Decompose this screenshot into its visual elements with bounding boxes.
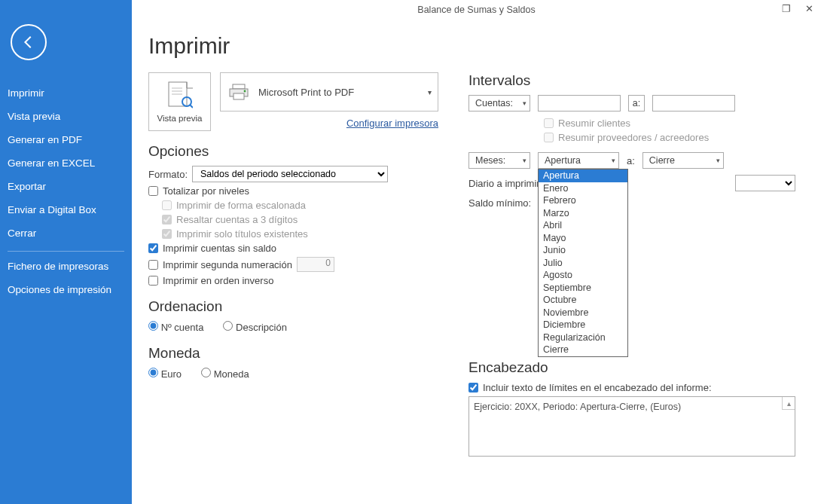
currency-other-radio[interactable] bbox=[201, 368, 211, 377]
sidebar-item-enviar-digital-box[interactable]: Enviar a Digital Box bbox=[0, 198, 132, 221]
month-to-value: Cierre bbox=[649, 155, 675, 166]
document-preview-icon bbox=[167, 81, 193, 111]
order-desc-radio[interactable] bbox=[223, 321, 233, 331]
back-button[interactable] bbox=[11, 24, 47, 60]
sidebar-nav: Imprimir Vista previa Generar en PDF Gen… bbox=[0, 81, 132, 301]
month-from-value: Apertura bbox=[545, 155, 581, 166]
svg-rect-8 bbox=[233, 93, 244, 99]
month-option[interactable]: Enero bbox=[539, 182, 627, 195]
diary-select[interactable] bbox=[735, 175, 795, 191]
sidebar-item-cerrar[interactable]: Cerrar bbox=[0, 221, 132, 245]
summarize-clients-label: Resumir clientes bbox=[558, 118, 630, 129]
configure-printer-link[interactable]: Configurar impresora bbox=[346, 118, 438, 129]
month-from-options-list[interactable]: AperturaEneroFebreroMarzoAbrilMayoJunioJ… bbox=[538, 169, 628, 357]
month-option[interactable]: Octubre bbox=[539, 294, 627, 307]
second-num-field: 0 bbox=[297, 257, 334, 272]
page-title: Imprimir bbox=[148, 33, 795, 59]
sidebar-separator bbox=[8, 251, 124, 252]
printer-selector[interactable]: Microsoft Print to PDF ▾ bbox=[220, 72, 438, 111]
month-option[interactable]: Febrero bbox=[539, 194, 627, 207]
account-from-input[interactable] bbox=[538, 95, 621, 111]
second-num-checkbox[interactable] bbox=[148, 260, 158, 270]
empty-balance-checkbox[interactable] bbox=[148, 243, 158, 253]
totalize-label: Totalizar por niveles bbox=[163, 185, 249, 197]
months-label-dropdown[interactable]: Meses: ▾ bbox=[468, 152, 530, 169]
chevron-down-icon: ▾ bbox=[428, 88, 432, 96]
preview-button[interactable]: Vista previa bbox=[148, 72, 211, 131]
months-label: Meses: bbox=[475, 155, 505, 166]
order-title: Ordenacion bbox=[148, 298, 438, 315]
svg-rect-6 bbox=[233, 84, 245, 89]
month-option[interactable]: Abril bbox=[539, 219, 627, 232]
format-label: Formato: bbox=[148, 169, 188, 180]
month-option[interactable]: Septiembre bbox=[539, 282, 627, 295]
reverse-label: Imprimir en orden inverso bbox=[163, 275, 273, 286]
currency-euro-radio[interactable] bbox=[148, 368, 158, 377]
sidebar-item-fichero-impresoras[interactable]: Fichero de impresoras bbox=[0, 255, 132, 278]
svg-line-5 bbox=[190, 105, 193, 108]
sidebar-item-generar-excel[interactable]: Generar en EXCEL bbox=[0, 151, 132, 175]
intervals-title: Intervalos bbox=[468, 72, 795, 89]
window-title: Balance de Sumas y Saldos bbox=[132, 5, 821, 15]
account-to-input[interactable] bbox=[652, 95, 735, 111]
order-num-radio[interactable] bbox=[148, 321, 158, 331]
chevron-down-icon: ▾ bbox=[523, 157, 526, 164]
summarize-clients-checkbox bbox=[544, 118, 554, 128]
currency-title: Moneda bbox=[148, 345, 438, 362]
totalize-checkbox[interactable] bbox=[148, 186, 158, 196]
svg-point-9 bbox=[244, 90, 246, 93]
header-section-title: Encabezado bbox=[468, 359, 795, 376]
order-desc-label: Descripción bbox=[236, 322, 287, 333]
include-limits-label: Incluir texto de límites en el encabezad… bbox=[483, 382, 712, 393]
currency-euro-label: Euro bbox=[161, 368, 182, 380]
month-option[interactable]: Regularización bbox=[539, 331, 627, 344]
to-label-2: a: bbox=[627, 155, 635, 166]
month-option[interactable]: Marzo bbox=[539, 207, 627, 220]
options-title: Opciones bbox=[148, 143, 438, 160]
accounts-label-dropdown[interactable]: Cuentas: ▾ bbox=[468, 95, 530, 111]
sidebar-item-vista-previa[interactable]: Vista previa bbox=[0, 105, 132, 128]
preview-label: Vista previa bbox=[157, 114, 203, 123]
empty-balance-label: Imprimir cuentas sin saldo bbox=[163, 243, 276, 254]
month-option[interactable]: Mayo bbox=[539, 232, 627, 245]
accounts-label: Cuentas: bbox=[475, 98, 513, 108]
window-restore-icon[interactable]: ❐ bbox=[780, 3, 792, 14]
main-area: Balance de Sumas y Saldos ❐ ✕ Imprimir bbox=[132, 0, 821, 504]
highlight3-checkbox bbox=[162, 215, 172, 225]
only-titles-checkbox bbox=[162, 229, 172, 239]
staggered-checkbox bbox=[162, 200, 172, 210]
sidebar-item-generar-pdf[interactable]: Generar en PDF bbox=[0, 128, 132, 151]
window-close-icon[interactable]: ✕ bbox=[803, 3, 815, 14]
format-select[interactable]: Saldos del periodo seleccionado bbox=[192, 166, 388, 182]
include-limits-checkbox[interactable] bbox=[468, 383, 478, 393]
sidebar-item-imprimir[interactable]: Imprimir bbox=[0, 81, 132, 105]
reverse-checkbox[interactable] bbox=[148, 276, 158, 286]
to-label-1: a: bbox=[628, 95, 645, 111]
only-titles-label: Imprimir solo títulos existentes bbox=[176, 228, 308, 240]
month-option[interactable]: Junio bbox=[539, 244, 627, 257]
order-num-label: Nº cuenta bbox=[161, 322, 204, 333]
month-option[interactable]: Apertura bbox=[539, 170, 627, 182]
printer-name: Microsoft Print to PDF bbox=[258, 87, 354, 98]
sidebar-item-opciones-impresion[interactable]: Opciones de impresión bbox=[0, 278, 132, 301]
month-option[interactable]: Diciembre bbox=[539, 319, 627, 331]
month-option[interactable]: Agosto bbox=[539, 269, 627, 282]
month-option[interactable]: Noviembre bbox=[539, 307, 627, 319]
scroll-up-icon[interactable]: ▴ bbox=[782, 397, 795, 410]
sidebar-item-exportar[interactable]: Exportar bbox=[0, 175, 132, 198]
month-from-select[interactable]: Apertura ▾ bbox=[538, 152, 619, 169]
second-num-label: Imprimir segunda numeración bbox=[163, 259, 292, 270]
header-text: Ejercicio: 20XX, Periodo: Apertura-Cierr… bbox=[474, 402, 681, 412]
header-text-area[interactable]: Ejercicio: 20XX, Periodo: Apertura-Cierr… bbox=[468, 396, 795, 457]
month-option[interactable]: Julio bbox=[539, 257, 627, 270]
currency-other-label: Moneda bbox=[214, 368, 249, 380]
chevron-down-icon: ▾ bbox=[523, 99, 526, 107]
summarize-suppliers-label: Resumir proveedores / acreedores bbox=[558, 132, 709, 143]
staggered-label: Imprimir de forma escalonada bbox=[176, 200, 306, 211]
printer-icon bbox=[228, 83, 249, 101]
month-to-select[interactable]: Cierre ▾ bbox=[642, 152, 724, 169]
chevron-down-icon: ▾ bbox=[612, 157, 615, 164]
highlight3-label: Resaltar cuentas a 3 dígitos bbox=[176, 214, 298, 225]
month-option[interactable]: Cierre bbox=[539, 344, 627, 356]
summarize-suppliers-checkbox bbox=[544, 133, 554, 142]
